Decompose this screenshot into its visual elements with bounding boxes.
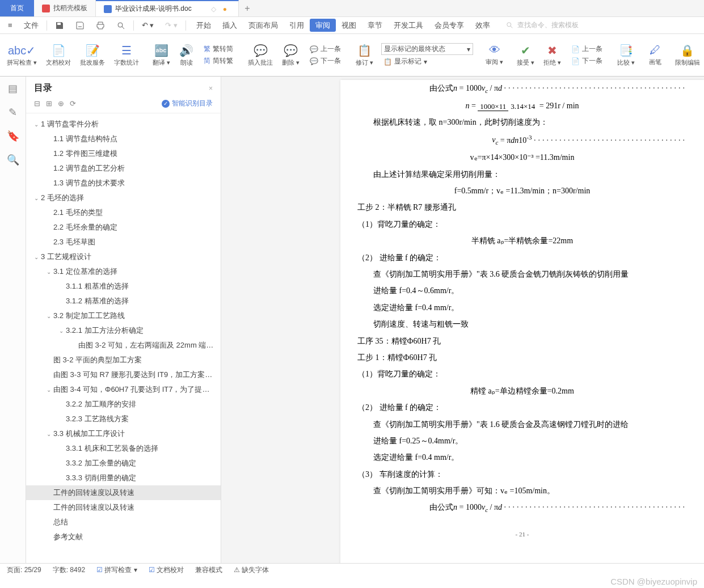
rib-prev-change[interactable]: 📄 上一条 xyxy=(569,44,605,54)
rib-restrict[interactable]: 🔒限制编辑 xyxy=(672,35,703,75)
menu-审阅[interactable]: 审阅 xyxy=(310,19,336,32)
undo-button[interactable]: ↶ ▾ xyxy=(138,20,158,31)
toc-item[interactable]: 由图 3-3 可知 R7 腰形孔要达到 IT9，加工方案如下。为 ... xyxy=(26,367,221,382)
toc-item[interactable]: ⌄1 调节盘零件分析 xyxy=(26,117,221,132)
rib-markup-combo[interactable]: 显示标记的最终状态▾ xyxy=(381,43,473,55)
doc-text: 进给量 f=0.25～0.4mm/r。 xyxy=(357,433,687,449)
toc-item[interactable]: 1.2 零件图三维建模 xyxy=(26,146,221,161)
menu-引用[interactable]: 引用 xyxy=(284,19,310,32)
toc-item[interactable]: 3.1.2 精基准的选择 xyxy=(26,294,221,308)
doc-text: 由上述计算结果确定采用切削用量： xyxy=(357,166,687,183)
toc-item[interactable]: ⌄3.2.1 加工方法分析确定 xyxy=(26,323,221,338)
menu-章节[interactable]: 章节 xyxy=(362,19,388,32)
rib-next-change[interactable]: 📄 下一条 xyxy=(569,56,605,66)
toc-item[interactable]: 3.2.2 加工顺序的安排 xyxy=(26,397,221,412)
print-icon[interactable] xyxy=(92,20,108,31)
toc-item[interactable]: ⌄3.1 定位基准的选择 xyxy=(26,264,221,279)
rib-accept[interactable]: ✔接受 ▾ xyxy=(513,35,538,75)
menu-视图[interactable]: 视图 xyxy=(336,19,362,32)
menu-会员专享[interactable]: 会员专享 xyxy=(429,19,470,32)
document-area[interactable]: 由公式n = 1000vc / πd ·····················… xyxy=(221,77,704,565)
toc-item[interactable]: ⌄3 工艺规程设计 xyxy=(26,249,221,264)
menu-icon[interactable]: ≡ xyxy=(5,20,16,31)
doc-text: f=0.5mm/r；vₑ =11.3m/min；n=300r/min xyxy=(357,183,687,199)
doc-text: 工序 35：精镗Ф60H7 孔 xyxy=(357,333,687,349)
outline-tool-add-icon[interactable]: ⊕ xyxy=(58,99,64,108)
saveas-icon[interactable] xyxy=(72,20,88,31)
rail-bookmark-icon[interactable]: 🔖 xyxy=(7,130,19,142)
menu-开始[interactable]: 开始 xyxy=(191,19,217,32)
preview-icon[interactable] xyxy=(113,20,129,31)
rib-show-mark[interactable]: 📋 显示标记 ▾ xyxy=(381,56,473,67)
rib-translate[interactable]: 🔤翻译 ▾ xyxy=(149,35,174,75)
status-words[interactable]: 字数: 8492 xyxy=(53,565,85,575)
toc-item[interactable]: 3.2.3 工艺路线方案 xyxy=(26,412,221,426)
watermark: CSDN @biyezuopinvip xyxy=(610,577,697,586)
tab-home[interactable]: 首页 xyxy=(0,0,34,16)
tab-indicator-icon: ◇ xyxy=(211,5,216,13)
rib-proof[interactable]: 📄文档校对 xyxy=(43,35,74,75)
toc-item[interactable]: 参考文献 xyxy=(26,530,221,544)
toc-item[interactable]: 3.3.2 加工余量的确定 xyxy=(26,456,221,471)
toc-item[interactable]: 2.2 毛坯余量的确定 xyxy=(26,220,221,235)
toc-item[interactable]: 1.2 调节盘的工艺分析 xyxy=(26,161,221,176)
rib-reject[interactable]: ✖拒绝 ▾ xyxy=(540,35,564,75)
file-menu[interactable]: 文件 xyxy=(20,19,42,32)
outline-tool-expand-icon[interactable]: ⊞ xyxy=(46,99,52,108)
outline-tool-collapse-icon[interactable]: ⊟ xyxy=(34,99,40,108)
rib-delete[interactable]: 💬删除 ▾ xyxy=(279,35,303,75)
toc-item[interactable]: ⌄3.2 制定加工工艺路线 xyxy=(26,308,221,323)
tab-document[interactable]: 毕业设计成果-说明书.doc ◇ ● xyxy=(96,0,239,16)
rib-brush[interactable]: 🖊画笔 xyxy=(646,35,665,75)
doc-text: 由公式 xyxy=(429,84,453,92)
rail-search-icon[interactable]: 🔍 xyxy=(7,154,19,166)
toc-item[interactable]: 1.3 调节盘的技术要求 xyxy=(26,176,221,191)
rib-read[interactable]: 🔊朗读 xyxy=(176,35,197,75)
toc-item[interactable]: 工件的回转速度以及转速 xyxy=(26,500,221,515)
toc-item[interactable]: 1.1 调节盘结构特点 xyxy=(26,132,221,146)
redo-button[interactable]: ↷ ▾ xyxy=(162,20,181,31)
tab-template[interactable]: 找稻壳模板 xyxy=(34,0,96,16)
menu-开发工具[interactable]: 开发工具 xyxy=(388,19,429,32)
toc-item[interactable]: 总结 xyxy=(26,515,221,530)
toc-item[interactable]: ⌄由图 3-4 可知，Φ60H7 孔要达到 IT7，为了提高生产效... xyxy=(26,382,221,397)
rail-outline-icon[interactable]: ▤ xyxy=(8,82,18,95)
status-proof[interactable]: ☑ 文档校对 xyxy=(149,565,184,575)
rail-nav-icon[interactable]: ✎ xyxy=(9,106,17,119)
search-box[interactable]: 查找命令、搜索模板 xyxy=(506,20,579,30)
outline-smart-toggle[interactable]: ✓ 智能识别目录 xyxy=(162,99,213,108)
rib-prev-comment[interactable]: 💬 上一条 xyxy=(307,44,343,54)
rib-track[interactable]: 📋修订 ▾ xyxy=(352,35,377,75)
toc-item[interactable]: ⌄3.3 机械加工工序设计 xyxy=(26,426,221,441)
toc-item[interactable]: 3.3.1 机床和工艺装备的选择 xyxy=(26,441,221,456)
rib-fanjian[interactable]: 繁繁转简 xyxy=(201,44,235,54)
tab-add-button[interactable]: + xyxy=(239,0,256,16)
toc-item[interactable]: 3.3.3 切削用量的确定 xyxy=(26,471,221,485)
rib-batch[interactable]: 📝批改服务 xyxy=(77,35,108,75)
toc-item[interactable]: 工件的回转速度以及转速 xyxy=(26,485,221,500)
toc-item[interactable]: 由图 3-2 可知，左右两端面及 22mm 端面需 ... xyxy=(26,338,221,353)
outline-tool-refresh-icon[interactable]: ⟳ xyxy=(70,99,76,108)
search-placeholder: 查找命令、搜索模板 xyxy=(517,20,579,30)
status-missing-font[interactable]: ⚠ 缺失字体 xyxy=(234,565,269,575)
menu-插入[interactable]: 插入 xyxy=(217,19,243,32)
rib-spellcheck[interactable]: abc✓拼写检查 ▾ xyxy=(3,35,40,75)
tab-label: 找稻壳模板 xyxy=(53,3,87,13)
status-spell[interactable]: ☑ 拼写检查 ▾ xyxy=(96,565,137,575)
rib-review[interactable]: 👁审阅 ▾ xyxy=(482,35,507,75)
rib-insert-comment[interactable]: 💬插入批注 xyxy=(244,35,276,75)
toc-item[interactable]: 2.1 毛坯的类型 xyxy=(26,205,221,220)
rib-jianfan[interactable]: 简简转繁 xyxy=(201,56,235,66)
save-icon[interactable] xyxy=(52,20,68,31)
rib-compare[interactable]: 📑比较 ▾ xyxy=(614,35,638,75)
toc-item[interactable]: 图 3-2 平面的典型加工方案 xyxy=(26,353,221,367)
menu-页面布局[interactable]: 页面布局 xyxy=(243,19,284,32)
toc-item[interactable]: ⌄2 毛坯的选择 xyxy=(26,191,221,205)
status-page[interactable]: 页面: 25/29 xyxy=(7,565,41,575)
toc-item[interactable]: 2.3 毛坯草图 xyxy=(26,235,221,249)
rib-wordcount[interactable]: ☰字数统计 xyxy=(111,35,142,75)
menu-效率[interactable]: 效率 xyxy=(470,19,496,32)
toc-item[interactable]: 3.1.1 粗基准的选择 xyxy=(26,279,221,294)
outline-close-icon[interactable]: × xyxy=(209,84,213,92)
rib-next-comment[interactable]: 💬 下一条 xyxy=(307,56,343,66)
